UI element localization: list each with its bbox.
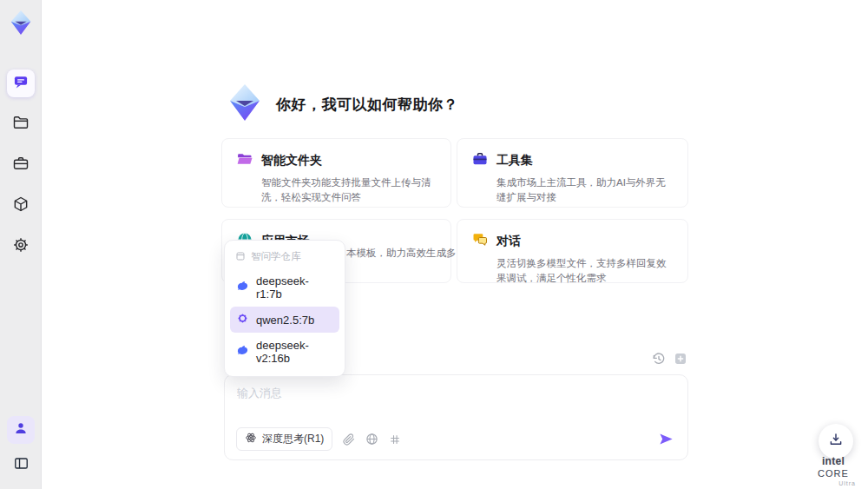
- model-option-label: qwen2.5:7b: [256, 314, 314, 327]
- card-desc: 本模板，助力高效生成多: [346, 247, 457, 260]
- chat-actions: [652, 352, 687, 366]
- user-icon: [13, 420, 29, 439]
- card-title: 工具集: [496, 153, 533, 169]
- grid-icon[interactable]: [389, 433, 401, 446]
- model-option-qwen[interactable]: qwen2.5:7b: [230, 307, 339, 333]
- app-logo: [7, 9, 35, 36]
- sidebar-item-toolbox[interactable]: [7, 151, 35, 179]
- deepseek-whale-icon: [236, 344, 249, 360]
- cube-icon: [12, 195, 30, 216]
- model-option-label: deepseek-v2:16b: [256, 339, 333, 365]
- folder-icon: [12, 114, 30, 135]
- download-button[interactable]: [819, 424, 853, 459]
- send-icon[interactable]: [658, 431, 674, 447]
- intel-sub-text: Ultra: [806, 480, 861, 486]
- card-title: 对话: [496, 234, 521, 249]
- briefcase-icon: [12, 155, 30, 175]
- deep-think-label: 深度思考(R1): [262, 432, 324, 446]
- composer-toolbar: 深度思考(R1): [236, 427, 674, 451]
- repo-icon: [235, 251, 246, 263]
- sidebar-item-chat[interactable]: [7, 69, 35, 97]
- deep-think-toggle[interactable]: 深度思考(R1): [236, 427, 332, 451]
- card-desc: 集成市场上主流工具，助力AI与外界无缝扩展与对接: [471, 175, 674, 206]
- card-title: 智能文件夹: [261, 153, 322, 169]
- sidebar-bottom: [7, 416, 35, 479]
- folder-purple-icon: [236, 150, 253, 171]
- gear-icon: [12, 236, 30, 257]
- card-desc: 智能文件夹功能支持批量文件上传与清洗，轻松实现文件问答: [236, 175, 437, 206]
- sidebar-item-collapse[interactable]: [7, 451, 35, 479]
- intel-core-text: core: [818, 468, 849, 479]
- card-toolset[interactable]: 工具集 集成市场上主流工具，助力AI与外界无缝扩展与对接: [457, 138, 688, 208]
- message-input[interactable]: [237, 386, 675, 422]
- sidebar: [0, 0, 42, 489]
- chat-bubble-icon: [12, 73, 30, 94]
- chat-yellow-icon: [471, 231, 489, 252]
- sidebar-item-settings[interactable]: [7, 233, 35, 261]
- card-smart-folder[interactable]: 智能文件夹 智能文件夹功能支持批量文件上传与清洗，轻松实现文件问答: [221, 138, 451, 208]
- panel-icon: [13, 455, 30, 475]
- model-dropdown-header: 智问学仓库: [230, 247, 339, 268]
- qwen-icon: [236, 312, 249, 327]
- model-option-label: deepseek-r1:7b: [256, 274, 333, 301]
- new-chat-icon[interactable]: [674, 352, 687, 366]
- sidebar-item-folders[interactable]: [7, 110, 35, 138]
- paperclip-icon[interactable]: [343, 433, 355, 446]
- sidebar-item-models[interactable]: [7, 192, 35, 220]
- sidebar-item-account[interactable]: [7, 416, 35, 444]
- greeting-row: 你好，我可以如何帮助你？: [224, 82, 458, 127]
- atom-icon: [245, 432, 257, 446]
- download-icon: [828, 432, 844, 451]
- model-dropdown: 智问学仓库 deepseek-r1:7b qwen2.5:7b deepseek…: [224, 240, 345, 377]
- intel-core-badge: intel core Ultra: [806, 455, 861, 486]
- card-conversation[interactable]: 对话 灵活切换多模型文件，支持多样回复效果调试，满足个性化需求: [457, 219, 688, 283]
- card-desc: 灵活切换多模型文件，支持多样回复效果调试，满足个性化需求: [471, 256, 674, 287]
- model-dropdown-header-label: 智问学仓库: [251, 250, 301, 263]
- intel-brand-text: intel: [822, 455, 845, 467]
- model-option-deepseek-r1[interactable]: deepseek-r1:7b: [230, 269, 339, 306]
- model-option-deepseek-v2[interactable]: deepseek-v2:16b: [230, 334, 339, 370]
- greeting-logo: [224, 82, 266, 127]
- composer: 深度思考(R1): [224, 374, 688, 460]
- briefcase-blue-icon: [471, 150, 489, 171]
- deepseek-whale-icon: [236, 280, 249, 295]
- greeting-text: 你好，我可以如何帮助你？: [276, 95, 458, 115]
- globe-icon[interactable]: [365, 433, 378, 446]
- sidebar-nav: [7, 69, 35, 261]
- history-icon[interactable]: [652, 352, 666, 366]
